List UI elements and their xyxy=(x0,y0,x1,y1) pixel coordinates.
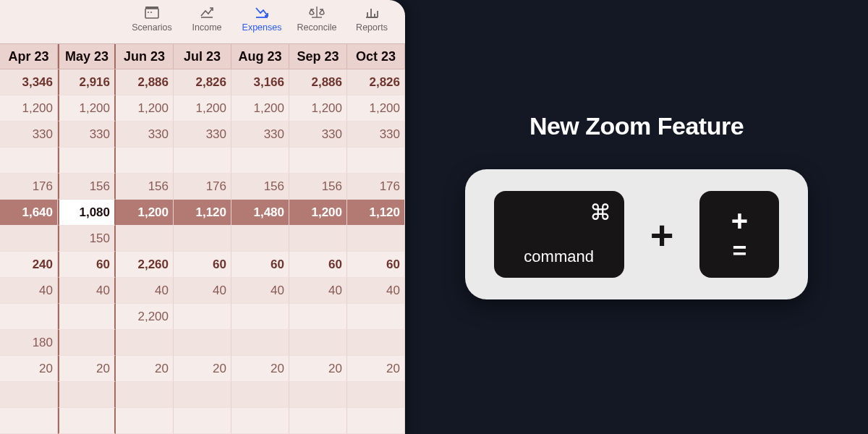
cell[interactable] xyxy=(58,408,116,434)
cell[interactable]: 1,640 xyxy=(0,200,58,226)
cell[interactable] xyxy=(347,148,405,174)
cell[interactable]: 330 xyxy=(58,122,116,148)
cell[interactable]: 156 xyxy=(58,174,116,200)
cell[interactable]: 1,200 xyxy=(347,95,405,122)
cell[interactable] xyxy=(174,304,231,330)
cell[interactable]: 176 xyxy=(0,174,58,200)
cell[interactable] xyxy=(289,408,347,434)
tab-expenses[interactable]: Expenses xyxy=(236,4,288,43)
cell[interactable]: 2,260 xyxy=(116,252,174,278)
cell[interactable]: 1,200 xyxy=(116,200,174,226)
cell[interactable] xyxy=(347,382,405,408)
cell[interactable] xyxy=(58,148,116,174)
cell[interactable]: 40 xyxy=(289,278,347,304)
cell[interactable] xyxy=(289,382,347,408)
cell[interactable] xyxy=(231,304,289,330)
cell[interactable] xyxy=(58,330,116,356)
cell[interactable]: 240 xyxy=(0,252,58,278)
cell[interactable]: 1,200 xyxy=(58,95,116,122)
cell[interactable]: 156 xyxy=(289,174,347,200)
cell[interactable] xyxy=(0,226,58,252)
cell[interactable]: 176 xyxy=(347,174,405,200)
cell[interactable]: 20 xyxy=(347,356,405,382)
cell[interactable]: 1,480 xyxy=(231,200,289,226)
cell[interactable] xyxy=(231,408,289,434)
cell[interactable]: 2,200 xyxy=(116,304,174,330)
cell[interactable] xyxy=(174,408,231,434)
cell[interactable] xyxy=(231,226,289,252)
cell[interactable]: 40 xyxy=(116,278,174,304)
cell[interactable]: 330 xyxy=(231,122,289,148)
cell[interactable] xyxy=(0,148,58,174)
cell[interactable]: 20 xyxy=(58,356,116,382)
cell[interactable]: 3,166 xyxy=(231,69,289,95)
cell[interactable] xyxy=(116,408,174,434)
cell[interactable]: 176 xyxy=(174,174,231,200)
column-header[interactable]: Jun 23 xyxy=(116,44,174,69)
cell[interactable]: 60 xyxy=(231,252,289,278)
cell[interactable]: 2,886 xyxy=(116,69,174,95)
cell[interactable]: 20 xyxy=(174,356,231,382)
cell[interactable]: 330 xyxy=(116,122,174,148)
cell[interactable]: 1,120 xyxy=(347,200,405,226)
cell[interactable]: 330 xyxy=(347,122,405,148)
cell[interactable] xyxy=(231,382,289,408)
cell[interactable] xyxy=(347,408,405,434)
column-header[interactable]: Oct 23 xyxy=(347,44,405,69)
cell[interactable]: 1,200 xyxy=(289,200,347,226)
cell[interactable]: 60 xyxy=(289,252,347,278)
cell[interactable]: 156 xyxy=(116,174,174,200)
column-header[interactable]: Sep 23 xyxy=(289,44,347,69)
data-grid[interactable]: Apr 23May 23Jun 23Jul 23Aug 23Sep 23Oct … xyxy=(0,43,405,434)
cell[interactable] xyxy=(231,148,289,174)
cell[interactable]: 60 xyxy=(58,252,116,278)
cell[interactable] xyxy=(0,304,58,330)
cell[interactable] xyxy=(116,330,174,356)
cell[interactable]: 1,200 xyxy=(0,95,58,122)
cell[interactable] xyxy=(174,382,231,408)
cell[interactable] xyxy=(289,148,347,174)
cell[interactable]: 20 xyxy=(0,356,58,382)
cell[interactable] xyxy=(0,408,58,434)
cell[interactable]: 3,346 xyxy=(0,69,58,95)
cell[interactable]: 20 xyxy=(231,356,289,382)
cell[interactable] xyxy=(116,148,174,174)
cell[interactable] xyxy=(174,148,231,174)
tab-reports[interactable]: Reports xyxy=(346,4,398,43)
cell[interactable] xyxy=(231,330,289,356)
cell[interactable] xyxy=(174,226,231,252)
cell[interactable]: 2,826 xyxy=(347,69,405,95)
cell[interactable]: 40 xyxy=(231,278,289,304)
cell[interactable] xyxy=(289,304,347,330)
cell[interactable]: 2,826 xyxy=(174,69,231,95)
tab-reconcile[interactable]: Reconcile xyxy=(291,4,343,43)
column-header[interactable]: May 23 xyxy=(58,44,116,69)
cell[interactable]: 1,200 xyxy=(174,95,231,122)
cell[interactable]: 330 xyxy=(174,122,231,148)
cell[interactable] xyxy=(347,226,405,252)
cell[interactable]: 40 xyxy=(0,278,58,304)
cell[interactable]: 1,200 xyxy=(289,95,347,122)
cell[interactable] xyxy=(289,330,347,356)
cell[interactable]: 2,886 xyxy=(289,69,347,95)
cell[interactable]: 1,120 xyxy=(174,200,231,226)
tab-scenarios[interactable]: Scenarios xyxy=(126,4,178,43)
cell[interactable] xyxy=(174,330,231,356)
cell[interactable]: 60 xyxy=(347,252,405,278)
cell[interactable]: 1,200 xyxy=(116,95,174,122)
cell[interactable]: 2,916 xyxy=(58,69,116,95)
cell[interactable]: 150 xyxy=(58,226,116,252)
cell[interactable]: 40 xyxy=(174,278,231,304)
tab-income[interactable]: Income xyxy=(181,4,233,43)
cell[interactable]: 156 xyxy=(231,174,289,200)
cell[interactable] xyxy=(116,382,174,408)
cell[interactable]: 330 xyxy=(289,122,347,148)
cell[interactable] xyxy=(58,382,116,408)
column-header[interactable]: Aug 23 xyxy=(231,44,289,69)
cell[interactable]: 60 xyxy=(174,252,231,278)
cell[interactable] xyxy=(0,382,58,408)
cell[interactable]: 1,080 xyxy=(58,200,116,226)
cell[interactable] xyxy=(116,226,174,252)
cell[interactable]: 20 xyxy=(116,356,174,382)
column-header[interactable]: Jul 23 xyxy=(174,44,231,69)
